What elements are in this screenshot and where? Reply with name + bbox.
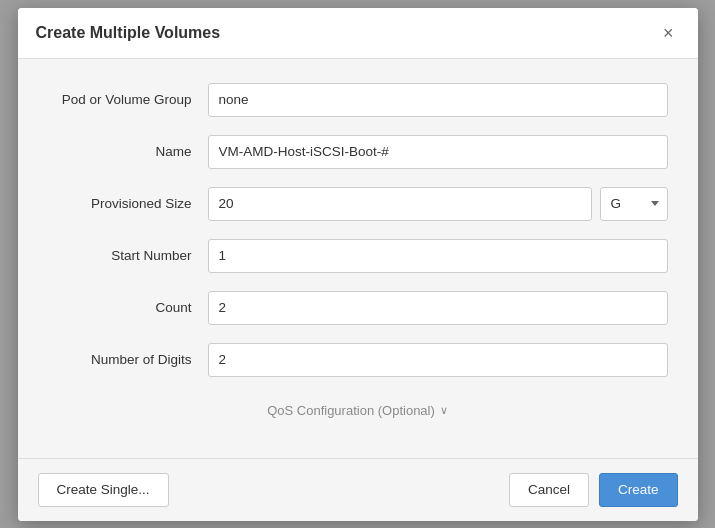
- number-of-digits-input[interactable]: [208, 343, 668, 377]
- dialog-title: Create Multiple Volumes: [36, 24, 221, 42]
- number-of-digits-row: Number of Digits: [48, 343, 668, 377]
- qos-toggle[interactable]: QoS Configuration (Optional) ∨: [48, 395, 668, 434]
- count-label: Count: [48, 300, 208, 315]
- dialog-body: Pod or Volume Group Name Provisioned Siz…: [18, 59, 698, 458]
- cancel-button[interactable]: Cancel: [509, 473, 589, 507]
- name-row: Name: [48, 135, 668, 169]
- create-single-button[interactable]: Create Single...: [38, 473, 169, 507]
- count-input[interactable]: [208, 291, 668, 325]
- dialog-overlay: Create Multiple Volumes × Pod or Volume …: [0, 0, 715, 528]
- start-number-row: Start Number: [48, 239, 668, 273]
- create-button[interactable]: Create: [599, 473, 678, 507]
- pod-label: Pod or Volume Group: [48, 92, 208, 107]
- provisioned-size-label: Provisioned Size: [48, 196, 208, 211]
- provisioned-size-input[interactable]: [208, 187, 592, 221]
- name-input[interactable]: [208, 135, 668, 169]
- count-row: Count: [48, 291, 668, 325]
- pod-row: Pod or Volume Group: [48, 83, 668, 117]
- size-unit-select[interactable]: G T M: [600, 187, 668, 221]
- number-of-digits-label: Number of Digits: [48, 352, 208, 367]
- dialog: Create Multiple Volumes × Pod or Volume …: [18, 8, 698, 521]
- start-number-label: Start Number: [48, 248, 208, 263]
- chevron-down-icon: ∨: [440, 404, 448, 417]
- provisioned-size-row: Provisioned Size G T M: [48, 187, 668, 221]
- footer-right-buttons: Cancel Create: [509, 473, 678, 507]
- qos-label: QoS Configuration (Optional): [267, 403, 435, 418]
- name-label: Name: [48, 144, 208, 159]
- close-button[interactable]: ×: [657, 22, 680, 44]
- size-controls: G T M: [208, 187, 668, 221]
- start-number-input[interactable]: [208, 239, 668, 273]
- dialog-footer: Create Single... Cancel Create: [18, 458, 698, 521]
- dialog-header: Create Multiple Volumes ×: [18, 8, 698, 59]
- pod-input[interactable]: [208, 83, 668, 117]
